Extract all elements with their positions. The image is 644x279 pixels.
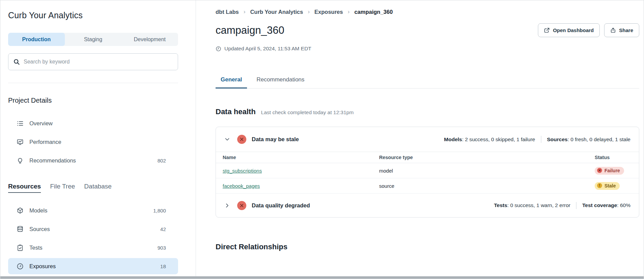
sidebar-item-count: 802 <box>157 158 178 163</box>
collapse-stale-group-button[interactable] <box>223 135 231 144</box>
list-icon <box>17 120 24 127</box>
sidebar-item-performance[interactable]: Performance <box>8 134 178 149</box>
quality-group-header: Data quality degraded Tests : 0 success,… <box>216 194 639 217</box>
gauge-icon <box>17 263 24 270</box>
resource-view-tabs: Resources File Tree Database <box>8 183 178 193</box>
sidebar-item-label: Performance <box>29 139 61 145</box>
sidebar-item-exposures[interactable]: Exposures 18 <box>8 258 178 274</box>
stats-divider <box>576 202 576 209</box>
tab-general[interactable]: General <box>216 73 247 88</box>
sidebar-item-count: 42 <box>160 226 178 232</box>
column-header-name: Name <box>223 155 379 160</box>
breadcrumb-separator: › <box>308 8 310 15</box>
column-header-resource-type: Resource type <box>379 155 595 160</box>
resource-link-stg-subscriptions[interactable]: stg_subscriptions <box>223 168 379 174</box>
status-badge-stale: ! Stale <box>595 182 620 190</box>
open-dashboard-label: Open Dashboard <box>553 27 594 33</box>
project-title: Curb Your Analytics <box>8 10 178 20</box>
clipboard-check-icon <box>17 244 24 251</box>
data-health-card: Data may be stale Models : 2 success, 0 … <box>216 127 639 218</box>
sidebar-item-label: Recommendations <box>29 157 76 164</box>
models-stat-label: Models <box>444 136 462 143</box>
sidebar-item-label: Exposures <box>29 263 56 270</box>
x-circle-icon <box>237 135 246 144</box>
quality-group-stats: Tests : 0 success, 1 warn, 2 error Test … <box>494 202 630 209</box>
share-button[interactable]: Share <box>604 23 639 37</box>
table-row: stg_subscriptions model ✕ Failure <box>216 163 639 178</box>
search-input[interactable] <box>24 59 173 65</box>
share-icon <box>610 27 616 33</box>
resources-nav: Models 1,800 Sources 42 Tests 903 <box>8 202 178 274</box>
breadcrumb-project[interactable]: Curb Your Analytics <box>250 9 303 15</box>
search-icon <box>13 58 20 65</box>
resource-type-cell: model <box>379 168 595 174</box>
cube-icon <box>17 207 24 214</box>
stale-group-title: Data may be stale <box>252 136 299 143</box>
share-label: Share <box>619 27 633 33</box>
sidebar-item-recommendations[interactable]: Recommendations 802 <box>8 153 178 168</box>
dbt-explorer-app: Curb Your Analytics Production Staging D… <box>0 0 644 279</box>
sidebar-divider <box>8 83 178 83</box>
breadcrumb-separator: › <box>244 8 246 15</box>
data-health-header: Data health Last check completed today a… <box>216 107 639 116</box>
sidebar-item-label: Overview <box>29 120 53 127</box>
direct-relationships-title: Direct Relationships <box>216 243 639 251</box>
last-updated-text: Updated April 5, 2024, 11:53 AM EDT <box>224 46 311 52</box>
breadcrumb-separator: › <box>348 8 350 15</box>
health-table-header: Name Resource type Status <box>216 152 639 163</box>
coverage-stat-label: Test coverage <box>582 202 617 208</box>
resource-link-facebook-pages[interactable]: facebook_pages <box>223 183 379 189</box>
x-circle-icon <box>237 201 246 210</box>
expand-quality-group-button[interactable] <box>223 201 231 210</box>
status-badge-failure: ✕ Failure <box>595 167 624 175</box>
table-row: facebook_pages source ! Stale <box>216 178 639 194</box>
page-actions: Open Dashboard Share <box>538 23 639 37</box>
alert-circle-icon: ! <box>597 183 602 188</box>
sidebar-item-label: Sources <box>29 226 50 232</box>
project-details-heading: Project Details <box>8 97 178 104</box>
tab-file-tree[interactable]: File Tree <box>50 183 75 193</box>
sidebar-item-label: Tests <box>29 245 43 251</box>
env-tab-production[interactable]: Production <box>8 33 65 46</box>
sidebar-item-label: Models <box>29 207 47 214</box>
sidebar-item-overview[interactable]: Overview <box>8 116 178 131</box>
clock-icon <box>216 46 221 52</box>
sidebar-search[interactable] <box>8 53 178 70</box>
page-header: campaign_360 Open Dashboard Share <box>216 23 639 37</box>
last-check-text: Last check completed today at 12:31pm <box>261 109 354 116</box>
status-badge-label: Stale <box>604 183 616 188</box>
x-circle-icon: ✕ <box>597 168 602 173</box>
open-dashboard-button[interactable]: Open Dashboard <box>538 23 600 37</box>
last-updated: Updated April 5, 2024, 11:53 AM EDT <box>216 46 639 52</box>
project-details-nav: Overview Performance Recommendations 802 <box>8 116 178 168</box>
stale-group-header: Data may be stale Models : 2 success, 0 … <box>216 127 639 152</box>
sidebar-item-sources[interactable]: Sources 42 <box>8 221 178 237</box>
column-header-status: Status <box>595 155 632 160</box>
quality-group-title: Data quality degraded <box>252 202 310 209</box>
sidebar-item-models[interactable]: Models 1,800 <box>8 202 178 219</box>
breadcrumb: dbt Labs › Curb Your Analytics › Exposur… <box>216 8 639 15</box>
tab-recommendations[interactable]: Recommendations <box>251 73 309 88</box>
env-tab-staging[interactable]: Staging <box>65 33 122 46</box>
tests-stat-value: : 0 success, 1 warn, 2 error <box>507 202 570 208</box>
tests-stat-label: Tests <box>494 202 507 208</box>
environment-tabs: Production Staging Development <box>8 33 178 46</box>
sidebar-item-count: 903 <box>157 245 178 251</box>
chevron-right-icon <box>224 203 230 208</box>
coverage-stat-value: : 60% <box>617 202 630 208</box>
breadcrumb-current: campaign_360 <box>354 9 393 15</box>
external-link-icon <box>544 27 550 33</box>
window-bottom-edge <box>0 276 644 279</box>
models-stat-value: : 2 success, 0 skipped, 1 failure <box>462 136 535 143</box>
env-tab-development[interactable]: Development <box>121 33 178 46</box>
sidebar-item-count: 18 <box>160 263 178 269</box>
lightbulb-icon <box>17 157 24 164</box>
sources-stat-label: Sources <box>547 136 568 143</box>
breadcrumb-account[interactable]: dbt Labs <box>216 9 239 15</box>
tab-resources[interactable]: Resources <box>8 183 41 193</box>
breadcrumb-exposures[interactable]: Exposures <box>315 9 343 15</box>
sidebar-item-tests[interactable]: Tests 903 <box>8 239 178 256</box>
status-badge-label: Failure <box>604 168 620 173</box>
chevron-down-icon <box>224 136 230 142</box>
tab-database[interactable]: Database <box>84 183 112 193</box>
